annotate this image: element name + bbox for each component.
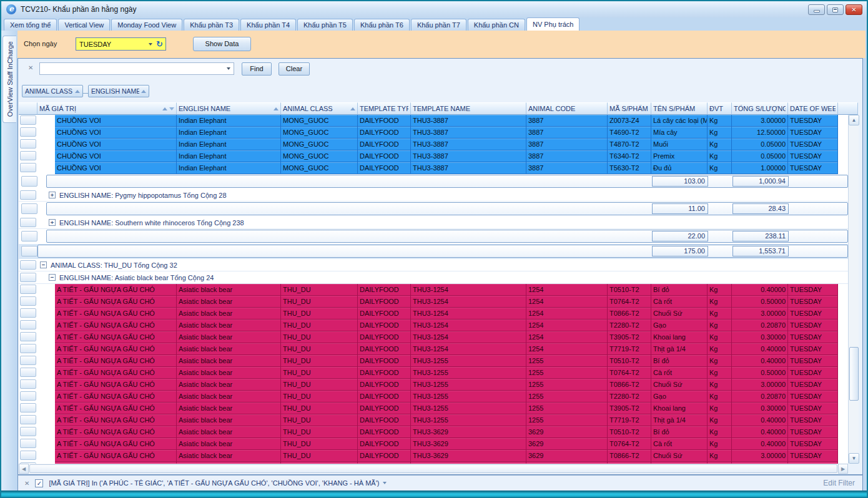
grid-cell[interactable]: Asiatic black bear [177,296,281,308]
row-indicator[interactable] [20,115,36,125]
row-indicator[interactable] [20,151,36,160]
grid-cell[interactable]: T3905-T2 [608,403,651,414]
grid-cell[interactable]: 0.30000 [732,403,788,414]
grid-cell[interactable]: DAILYFOOD [358,127,411,139]
grid-cell[interactable]: T3905-T2 [608,331,651,343]
find-button[interactable]: Find [242,62,272,76]
grid-cell[interactable]: THU3-3887 [411,139,526,150]
grid-cell[interactable]: Mía cây [651,127,708,139]
grid-cell[interactable]: 0.40000 [732,438,788,450]
grid-cell[interactable]: 3629 [526,438,608,450]
grid-cell[interactable]: A TIẾT - GẤU NGỰA GẤU CHÓ [55,438,177,450]
grid-cell[interactable]: 3.00000 [732,379,788,391]
header-cell-8[interactable]: ĐVT [708,102,732,115]
grid-cell[interactable]: THU3-1255 [411,367,526,379]
grid-cell[interactable]: 1255 [526,403,608,414]
grid-cell[interactable]: Kg [708,426,732,438]
grid-cell[interactable]: Kg [708,379,732,391]
grid-cell[interactable]: Indian Elephant [177,127,281,139]
grid-cell[interactable]: T2280-T2 [608,391,651,403]
grid-cell[interactable]: A TIẾT - GẤU NGỰA GẤU CHÓ [55,308,177,320]
row-indicator[interactable] [21,231,37,242]
grid-cell[interactable]: Asiatic black bear [177,343,281,355]
filter-close-icon[interactable]: ✕ [24,480,29,487]
grid-cell[interactable]: DAILYFOOD [358,296,411,308]
grid-cell[interactable]: THU3-1254 [411,296,526,308]
grid-cell[interactable]: Chuối Sứ [651,308,708,320]
grid-cell[interactable]: Gạo [651,320,708,331]
grid-cell[interactable]: THU_DU [281,426,358,438]
row-indicator[interactable] [21,176,37,187]
grid-cell[interactable]: THU_DU [281,331,358,343]
grid-cell[interactable]: 0.05000 [732,139,788,150]
grid-cell[interactable]: 1.00000 [732,162,788,174]
grid-cell[interactable]: THU3-3887 [411,115,526,127]
grid-cell[interactable]: A TIẾT - GẤU NGỰA GẤU CHÓ [55,296,177,308]
grid-cell[interactable]: MONG_GUOC [281,150,358,162]
grid-cell[interactable]: 3.00000 [732,450,788,462]
grid-cell[interactable]: TUESDAY [788,355,838,367]
grid-cell[interactable]: 3.00000 [732,308,788,320]
grid-cell[interactable]: 3887 [526,115,608,127]
grid-cell[interactable]: A TIẾT - GẤU NGỰA GẤU CHÓ [55,379,177,391]
grid-cell[interactable]: TUESDAY [788,150,838,162]
grid-cell[interactable]: Thịt gà 1/4 [651,414,708,426]
header-cell-4[interactable]: TEMPLATE NAME [411,102,526,115]
find-close-icon[interactable]: ✕ [28,64,33,71]
grid-cell[interactable]: THU3-1255 [411,391,526,403]
grid-cell[interactable]: THU3-1255 [411,414,526,426]
grid-cell[interactable]: DAILYFOOD [358,379,411,391]
grid-cell[interactable]: T4870-T2 [608,139,651,150]
group-row[interactable]: +ENGLISH NAME: Southern white rhinoceros… [19,217,858,229]
grid-cell[interactable]: THU_DU [281,320,358,331]
find-input[interactable] [40,64,227,74]
grid-cell[interactable]: A TIẾT - GẤU NGỰA GẤU CHÓ [55,355,177,367]
grid-cell[interactable]: Khoai lang [651,403,708,414]
h-scroll-thumb[interactable] [29,464,837,473]
grid-cell[interactable]: T0866-T2 [608,379,651,391]
grid-cell[interactable]: DAILYFOOD [358,162,411,174]
header-cell-9[interactable]: TỔNG S/LƯỢNG [732,102,788,115]
grid-cell[interactable]: TUESDAY [788,438,838,450]
grid-cell[interactable]: THU3-1254 [411,320,526,331]
grid-cell[interactable]: MONG_GUOC [281,115,358,127]
tab-9[interactable]: NV Phụ trách [526,17,579,31]
grid-cell[interactable]: T5630-T2 [608,162,651,174]
grid-cell[interactable]: Lá cây các loại (MG) [651,115,708,127]
grid-cell[interactable]: 1254 [526,284,608,296]
grid-cell[interactable]: Asiatic black bear [177,438,281,450]
grid-cell[interactable]: Asiatic black bear [177,414,281,426]
grid-cell[interactable]: TUESDAY [788,296,838,308]
group-box-animal-class[interactable]: ANIMAL CLASS [22,85,83,97]
grid-cell[interactable]: T0764-T2 [608,438,651,450]
grid-cell[interactable]: TUESDAY [788,284,838,296]
grid-cell[interactable]: THU3-1254 [411,284,526,296]
grid-cell[interactable]: Muối [651,139,708,150]
row-indicator[interactable] [20,332,36,341]
row-indicator[interactable] [20,218,36,227]
grid-cell[interactable]: T0866-T2 [608,450,651,462]
refresh-icon[interactable]: ↻ [156,40,163,48]
header-cell-0[interactable]: MÃ GIÁ TRỊ [37,102,177,115]
row-indicator[interactable] [20,427,36,436]
grid-cell[interactable]: 3887 [526,139,608,150]
grid-cell[interactable]: 0.50000 [732,296,788,308]
grid-cell[interactable]: Indian Elephant [177,139,281,150]
grid-cell[interactable]: Đu đủ [651,162,708,174]
grid-cell[interactable]: DAILYFOOD [358,403,411,414]
grid-cell[interactable]: CHUỒNG VOI [55,127,177,139]
grid-cell[interactable]: 1255 [526,391,608,403]
grid-cell[interactable]: THU_DU [281,284,358,296]
grid-cell[interactable]: DAILYFOOD [358,331,411,343]
grid-cell[interactable]: Kg [708,414,732,426]
grid-cell[interactable]: TUESDAY [788,403,838,414]
scroll-down-icon[interactable]: ▼ [849,453,859,464]
grid-cell[interactable]: Gạo [651,391,708,403]
grid-cell[interactable]: Kg [708,150,732,162]
grid-cell[interactable]: T0764-T2 [608,296,651,308]
header-cell-6[interactable]: MÃ S/PHẨM [608,102,651,115]
grid-cell[interactable]: T0764-T2 [608,367,651,379]
tab-1[interactable]: Vertical View [58,19,110,31]
side-tab-overview-staff-incharge[interactable]: OverView Staff InCharge [2,36,16,123]
collapse-icon[interactable]: − [40,261,47,268]
